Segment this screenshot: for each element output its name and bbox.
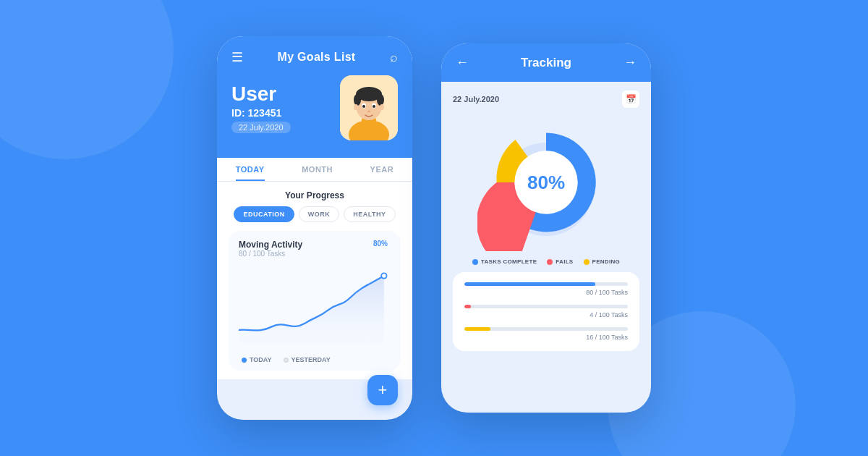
legend-pending-label: PENDING (592, 258, 621, 265)
back-arrow-icon[interactable]: ← (456, 55, 469, 70)
legend-pending: PENDING (584, 258, 621, 265)
phone2-header: ← Tracking → (441, 43, 651, 82)
phone2-legend: TASKS COMPLETE FAILS PENDING (453, 258, 639, 265)
phone1-tabs: TODAY MONTH YEAR (217, 158, 412, 182)
legend-fails-label: FAILS (556, 258, 573, 265)
svg-point-14 (367, 111, 370, 113)
stat-bar-bg-0 (464, 282, 628, 286)
svg-point-12 (362, 105, 365, 108)
user-id: ID: 123451 (231, 107, 328, 119)
phone2-title: Tracking (521, 56, 571, 70)
svg-point-7 (377, 94, 384, 106)
stat-row-0: 80 / 100 Tasks (464, 282, 628, 296)
tab-today[interactable]: TODAY (236, 165, 265, 181)
legend-dot-yesterday (284, 358, 289, 363)
stat-label-0: 80 / 100 Tasks (464, 289, 628, 296)
stat-bar-bg-1 (464, 305, 628, 308)
filter-buttons: EDUCATION WORK HEALTHY (229, 206, 401, 222)
chart-legend: TODAY YESTERDAY (239, 356, 391, 363)
stat-bar-fill-0 (464, 282, 595, 286)
legend-fails: FAILS (547, 258, 573, 265)
tab-month[interactable]: MONTH (302, 165, 333, 181)
svg-point-9 (380, 104, 384, 110)
svg-rect-2 (362, 117, 376, 139)
search-icon[interactable]: ⌕ (390, 50, 398, 65)
stat-label-2: 16 / 100 Tasks (464, 334, 628, 341)
phone1-profile: User ID: 123451 22 July.2020 (217, 75, 412, 158)
legend-complete-label: TASKS COMPLETE (481, 258, 537, 265)
legend-dot-fails (547, 259, 553, 265)
stat-row-2: 16 / 100 Tasks (464, 327, 628, 341)
bg-blob-tl (0, 0, 174, 159)
stat-label-1: 4 / 100 Tasks (464, 311, 628, 318)
phone-1: ☰ My Goals List ⌕ User ID: 123451 22 Jul… (217, 36, 412, 420)
legend-tasks-complete: TASKS COMPLETE (472, 258, 537, 265)
legend-dot-today (242, 358, 247, 363)
phone-2: ← Tracking → 22 July.2020 📅 (441, 43, 651, 413)
chart-title: Moving Activity (239, 240, 391, 250)
stat-bar-fill-1 (464, 305, 471, 308)
legend-dot-pending (584, 259, 590, 265)
hamburger-icon[interactable]: ☰ (231, 49, 243, 65)
legend-yesterday: YESTERDAY (284, 356, 331, 363)
donut-percent-label: 80% (527, 172, 565, 194)
forward-arrow-icon[interactable]: → (624, 55, 637, 70)
legend-yesterday-label: YESTERDAY (292, 356, 331, 363)
tab-year[interactable]: YEAR (370, 165, 394, 181)
stat-bar-fill-2 (464, 327, 490, 331)
profile-text: User ID: 123451 22 July.2020 (231, 83, 328, 140)
stats-card: 80 / 100 Tasks 4 / 100 Tasks 16 / 100 Ta… (453, 272, 639, 351)
donut-chart-container: 80% (453, 114, 639, 251)
stat-bar-bg-2 (464, 327, 628, 331)
svg-point-6 (354, 94, 361, 106)
phone1-body: Your Progress EDUCATION WORK HEALTHY Mov… (217, 182, 412, 379)
donut-center: 80% (527, 172, 565, 194)
chart-card: Moving Activity 80 / 100 Tasks 80% (229, 231, 401, 371)
phone1-header: ☰ My Goals List ⌕ (217, 36, 412, 75)
svg-point-16 (382, 274, 386, 277)
legend-today: TODAY (242, 356, 272, 363)
user-name: User (231, 83, 328, 106)
phone1-title: My Goals List (278, 51, 356, 64)
svg-point-13 (373, 105, 375, 108)
filter-work[interactable]: WORK (299, 206, 340, 222)
phone2-body: 22 July.2020 📅 (441, 82, 651, 360)
avatar (340, 75, 398, 140)
stat-row-1: 4 / 100 Tasks (464, 305, 628, 318)
date-row: 22 July.2020 📅 (453, 90, 639, 108)
filter-healthy[interactable]: HEALTHY (344, 206, 395, 222)
chart-subtitle: 80 / 100 Tasks (239, 250, 391, 258)
activity-chart-svg (239, 263, 391, 350)
chart-peak-label: 80% (373, 240, 388, 248)
fab-add-button[interactable]: + (367, 375, 398, 405)
progress-heading: Your Progress (229, 190, 401, 200)
filter-education[interactable]: EDUCATION (234, 206, 294, 222)
legend-dot-complete (472, 259, 478, 265)
svg-point-8 (354, 104, 358, 110)
user-date: 22 July.2020 (231, 122, 291, 133)
legend-today-label: TODAY (250, 356, 272, 363)
tracking-date: 22 July.2020 (453, 95, 499, 104)
phones-container: ☰ My Goals List ⌕ User ID: 123451 22 Jul… (217, 36, 651, 420)
calendar-icon[interactable]: 📅 (622, 90, 639, 108)
avatar-svg (340, 75, 398, 140)
